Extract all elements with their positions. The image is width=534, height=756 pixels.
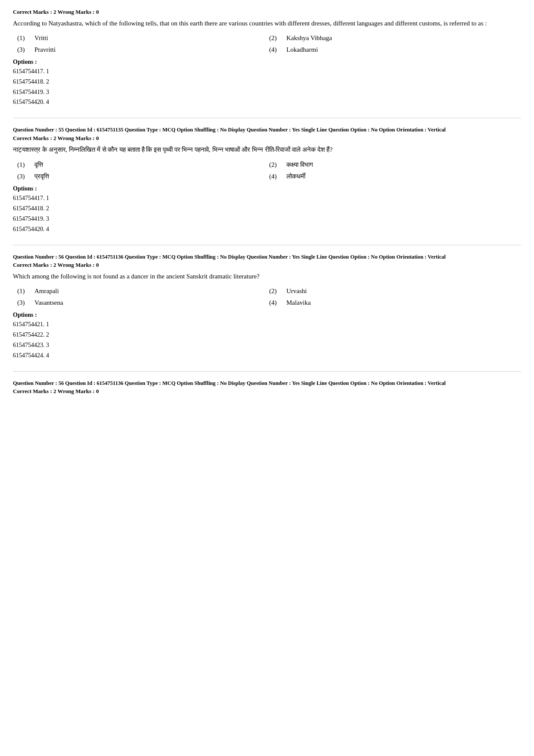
option-text: लोकधर्मी bbox=[286, 173, 305, 180]
marks-info-56-hi: Correct Marks : 2 Wrong Marks : 0 bbox=[13, 388, 521, 395]
options-list-item: 6154754417. 1 bbox=[13, 193, 521, 203]
option-text: Pravritti bbox=[34, 46, 56, 53]
option-num: (4) bbox=[269, 46, 279, 53]
option-item: (2) Urvashi bbox=[269, 287, 521, 295]
divider bbox=[13, 118, 521, 118]
option-text: Amrapali bbox=[34, 287, 59, 295]
question-block-55: Question Number : 55 Question Id : 61547… bbox=[13, 126, 521, 234]
options-label-55: Options : bbox=[13, 185, 521, 192]
option-item: (1) Amrapali bbox=[17, 287, 269, 295]
option-num: (2) bbox=[269, 34, 279, 42]
options-list-55: 6154754417. 1 6154754418. 2 6154754419. … bbox=[13, 193, 521, 234]
meta-info-56-hi: Question Number : 56 Question Id : 61547… bbox=[13, 379, 521, 387]
option-item: (3) प्रवृत्ति bbox=[17, 173, 269, 180]
option-item: (1) वृत्ति bbox=[17, 161, 269, 169]
option-num: (1) bbox=[17, 161, 28, 169]
options-list-item: 6154754420. 4 bbox=[13, 224, 521, 234]
option-item: (4) Lokadharmi bbox=[269, 46, 521, 53]
option-text: Lokadharmi bbox=[286, 46, 318, 53]
option-num: (3) bbox=[17, 173, 28, 180]
option-text: Urvashi bbox=[286, 287, 307, 295]
option-num: (4) bbox=[269, 299, 279, 306]
divider bbox=[13, 371, 521, 372]
option-text: Vasantsena bbox=[34, 299, 63, 306]
options-grid-55: (1) वृत्ति (2) कक्ष्या विभाग (3) प्रवृत्… bbox=[13, 161, 521, 180]
options-list-item: 6154754418. 2 bbox=[13, 77, 521, 87]
options-list-item: 6154754421. 1 bbox=[13, 319, 521, 330]
question-block-54-top: Correct Marks : 2 Wrong Marks : 0 Accord… bbox=[13, 9, 521, 107]
options-label-56-en: Options : bbox=[13, 312, 521, 319]
options-label-54-top: Options : bbox=[13, 59, 521, 66]
option-num: (3) bbox=[17, 46, 28, 53]
option-text: Vritti bbox=[34, 34, 48, 42]
options-list-item: 6154754417. 1 bbox=[13, 66, 521, 77]
option-num: (4) bbox=[269, 173, 279, 180]
question-text-56-en: Which among the following is not found a… bbox=[13, 271, 521, 281]
option-text: Malavika bbox=[286, 299, 311, 306]
option-num: (1) bbox=[17, 34, 28, 42]
marks-info-56-en: Correct Marks : 2 Wrong Marks : 0 bbox=[13, 262, 521, 269]
meta-info-55: Question Number : 55 Question Id : 61547… bbox=[13, 126, 521, 134]
divider bbox=[13, 245, 521, 245]
marks-info-54-top: Correct Marks : 2 Wrong Marks : 0 bbox=[13, 9, 521, 16]
option-item: (4) लोकधर्मी bbox=[269, 173, 521, 180]
options-list-item: 6154754419. 3 bbox=[13, 87, 521, 97]
option-item: (2) कक्ष्या विभाग bbox=[269, 161, 521, 169]
options-list-item: 6154754424. 4 bbox=[13, 350, 521, 361]
option-num: (2) bbox=[269, 287, 279, 295]
question-block-56-hi: Question Number : 56 Question Id : 61547… bbox=[13, 379, 521, 395]
option-item: (3) Vasantsena bbox=[17, 299, 269, 306]
option-num: (3) bbox=[17, 299, 28, 306]
marks-info-55: Correct Marks : 2 Wrong Marks : 0 bbox=[13, 135, 521, 142]
option-num: (1) bbox=[17, 287, 28, 295]
options-list-56-en: 6154754421. 1 6154754422. 2 6154754423. … bbox=[13, 319, 521, 360]
option-text: Kakshya Vibhaga bbox=[286, 34, 332, 42]
options-grid-54-top: (1) Vritti (2) Kakshya Vibhaga (3) Pravr… bbox=[13, 34, 521, 53]
option-text: प्रवृत्ति bbox=[34, 173, 49, 180]
question-block-56-en: Question Number : 56 Question Id : 61547… bbox=[13, 253, 521, 361]
option-item: (2) Kakshya Vibhaga bbox=[269, 34, 521, 42]
question-text-55: नाट्यशास्त्र के अनुसार, निम्नलिखित में स… bbox=[13, 144, 521, 156]
options-list-54-top: 6154754417. 1 6154754418. 2 6154754419. … bbox=[13, 66, 521, 107]
options-list-item: 6154754423. 3 bbox=[13, 340, 521, 350]
option-item: (3) Pravritti bbox=[17, 46, 269, 53]
options-list-item: 6154754419. 3 bbox=[13, 214, 521, 224]
options-list-item: 6154754420. 4 bbox=[13, 97, 521, 107]
option-item: (1) Vritti bbox=[17, 34, 269, 42]
option-item: (4) Malavika bbox=[269, 299, 521, 306]
options-list-item: 6154754418. 2 bbox=[13, 203, 521, 214]
options-grid-56-en: (1) Amrapali (2) Urvashi (3) Vasantsena … bbox=[13, 287, 521, 306]
meta-info-56-en: Question Number : 56 Question Id : 61547… bbox=[13, 253, 521, 261]
option-text: कक्ष्या विभाग bbox=[286, 161, 313, 169]
question-text-54-top: According to Natyashastra, which of the … bbox=[13, 18, 521, 28]
option-num: (2) bbox=[269, 161, 279, 169]
option-text: वृत्ति bbox=[34, 161, 43, 169]
options-list-item: 6154754422. 2 bbox=[13, 330, 521, 340]
